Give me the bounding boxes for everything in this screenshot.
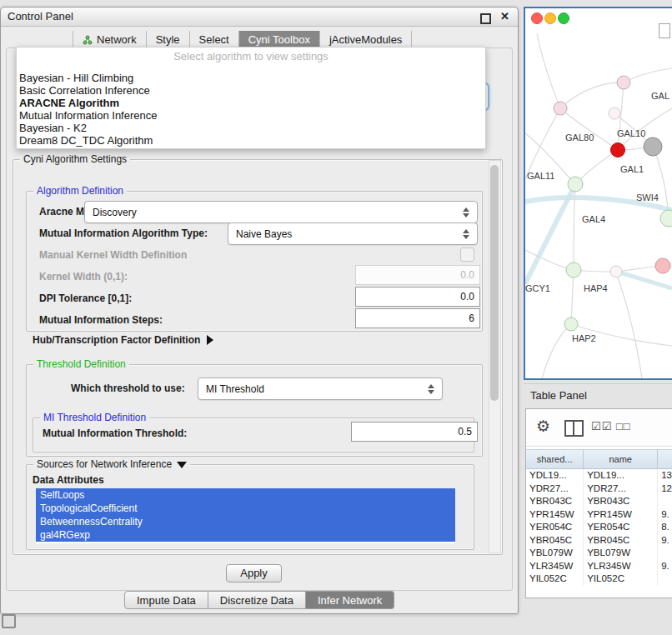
control-panel-titlebar[interactable]: Control Panel ✕ — [1, 8, 518, 27]
network-node-labels: GAL80 GAL10 GAL11 GAL1 SWI4 GAL4 GCY1 HA… — [525, 91, 669, 343]
zoom-traffic-light[interactable] — [558, 12, 569, 24]
cell-name: YBL079W — [584, 547, 658, 560]
network-scrollbar-button[interactable] — [659, 23, 670, 38]
table-row[interactable]: YLR345W YLR345W 9. — [526, 560, 672, 573]
kernel-width-label: Kernel Width (0,1): — [39, 271, 128, 282]
network-node-pink[interactable] — [655, 258, 670, 273]
kernel-width-field[interactable]: 0.0 — [355, 265, 480, 285]
mi-steps-field[interactable]: 6 — [355, 308, 480, 328]
apply-button[interactable]: Apply — [226, 564, 282, 582]
mi-algorithm-type-select[interactable]: Naive Bayes — [228, 222, 478, 245]
cell-value: 12 — [658, 482, 672, 496]
algorithm-option[interactable]: Bayesian - Hill Climbing — [17, 72, 485, 84]
network-node[interactable] — [566, 262, 581, 278]
algorithm-placeholder: Select algorithm to view settings — [17, 50, 485, 62]
table-header-row: shared... name — [526, 449, 672, 469]
table-row[interactable]: YPR145W YPR145W 9. — [526, 508, 672, 522]
network-node[interactable] — [617, 76, 630, 89]
manual-kernel-width-checkbox[interactable] — [460, 248, 474, 262]
cell-name: YER054C — [584, 521, 658, 534]
aracne-mode-select[interactable]: Discovery — [84, 201, 478, 223]
network-node[interactable] — [610, 266, 622, 278]
table-toolbar: ⚙ ☑☑ □□ — [526, 409, 672, 447]
sources-group-title[interactable]: Sources for Network Inference — [33, 458, 190, 470]
algorithm-option[interactable]: Mutual Information Inference — [17, 109, 485, 122]
control-panel-window: Control Panel ✕ Network Style Select — [0, 7, 519, 614]
minimized-window-icon[interactable] — [2, 614, 16, 628]
network-node[interactable] — [609, 108, 620, 119]
collapse-arrow-icon — [177, 462, 187, 468]
columns-icon[interactable] — [564, 420, 584, 437]
combo-arrows-icon — [424, 384, 438, 394]
cell-name: YIL052C — [584, 572, 658, 586]
algorithm-dropdown-popup: Select algorithm to view settings Bayesi… — [16, 47, 486, 149]
algorithm-option[interactable]: Bayesian - K2 — [17, 122, 485, 134]
table-panel-titlebar: Table Panel — [524, 383, 672, 408]
cell-value — [658, 572, 672, 586]
attribute-item-selected[interactable]: TopologicalCoefficient — [36, 502, 455, 515]
cell-value: 13 — [658, 469, 672, 482]
cell-name: YDR27... — [584, 482, 658, 496]
column-header-name[interactable]: name — [584, 450, 658, 468]
table-panel-title: Table Panel — [530, 384, 587, 408]
column-header-shared-name[interactable]: shared... — [526, 450, 584, 468]
attribute-item-selected[interactable]: gal4RGexp — [36, 528, 455, 542]
node-label: GAL11 — [527, 171, 554, 181]
network-node[interactable] — [568, 177, 583, 192]
select-all-icon[interactable]: ☑☑ — [591, 420, 612, 432]
table-row[interactable]: YDR27... YDR27... 12 — [526, 482, 672, 496]
tab-discretize-data[interactable]: Discretize Data — [208, 591, 306, 609]
node-label: HAP4 — [584, 283, 608, 293]
network-nodes[interactable] — [554, 76, 672, 331]
network-view-window[interactable]: GAL80 GAL10 GAL11 GAL1 SWI4 GAL4 GCY1 HA… — [524, 7, 672, 380]
algorithm-option[interactable]: Basic Correlation Inference — [17, 84, 485, 97]
network-node[interactable] — [564, 318, 578, 331]
node-label: HAP2 — [572, 333, 596, 343]
kernel-width-value: 0.0 — [460, 269, 474, 281]
algorithm-option[interactable]: Dream8 DC_TDC Algorithm — [17, 134, 485, 147]
cell-value: 9. — [658, 508, 672, 522]
hub-definition-expander[interactable]: Hub/Transcription Factor Definition — [33, 334, 213, 346]
network-node-red[interactable] — [611, 143, 625, 158]
data-attributes-list: SelfLoops TopologicalCoefficient Between… — [36, 488, 455, 543]
minimize-traffic-light[interactable] — [544, 12, 556, 24]
float-window-icon[interactable] — [480, 13, 491, 24]
expander-arrow-icon — [207, 335, 213, 345]
table-row[interactable]: YBR043C YBR043C — [526, 495, 672, 508]
network-view[interactable]: GAL80 GAL10 GAL11 GAL1 SWI4 GAL4 GCY1 HA… — [525, 8, 672, 378]
network-node[interactable] — [660, 210, 672, 227]
close-icon[interactable]: ✕ — [500, 10, 509, 23]
attribute-item-selected[interactable]: BetweennessCentrality — [36, 515, 455, 528]
table-row[interactable]: YIL052C YIL052C — [526, 572, 672, 586]
attribute-item-selected[interactable]: SelfLoops — [36, 488, 455, 502]
dpi-tolerance-label: DPI Tolerance [0,1]: — [39, 292, 132, 304]
cell-shared-name: YBL079W — [526, 547, 584, 560]
settings-scrollbar-thumb[interactable] — [490, 165, 499, 401]
tab-infer-network[interactable]: Infer Network — [306, 591, 394, 609]
cell-shared-name: YIL052C — [526, 572, 584, 586]
table-row[interactable]: YER054C YER054C 8. — [526, 521, 672, 534]
network-node-gray[interactable] — [644, 138, 662, 156]
column-header-partial[interactable] — [658, 450, 672, 468]
dpi-tolerance-field[interactable]: 0.0 — [355, 287, 480, 307]
gear-icon[interactable]: ⚙ — [536, 417, 550, 437]
mi-threshold-field[interactable]: 0.5 — [351, 422, 478, 442]
mi-threshold-value: 0.5 — [458, 426, 472, 438]
table-row[interactable]: YDL19... YDL19... 13 — [526, 469, 672, 482]
select-none-icon[interactable]: □□ — [616, 420, 631, 432]
node-label: GAL — [651, 91, 669, 101]
table-body: YDL19... YDL19... 13 YDR27... YDR27... 1… — [526, 469, 672, 586]
which-threshold-select[interactable]: MI Threshold — [198, 378, 443, 400]
tab-impute-data[interactable]: Impute Data — [124, 591, 208, 609]
cell-name: YPR145W — [584, 508, 658, 522]
table-row[interactable]: YBL079W YBL079W — [526, 547, 672, 560]
mi-steps-value: 6 — [469, 312, 474, 324]
algorithm-option-selected[interactable]: ARACNE Algorithm — [17, 97, 485, 109]
aracne-mode-value: Discovery — [85, 207, 459, 218]
combo-arrows-icon — [459, 229, 473, 239]
cell-name: YDL19... — [584, 469, 658, 482]
cell-value: 9. — [658, 534, 672, 548]
close-traffic-light[interactable] — [531, 12, 543, 24]
table-row[interactable]: YBR045C YBR045C 9. — [526, 534, 672, 548]
network-node[interactable] — [554, 102, 567, 115]
